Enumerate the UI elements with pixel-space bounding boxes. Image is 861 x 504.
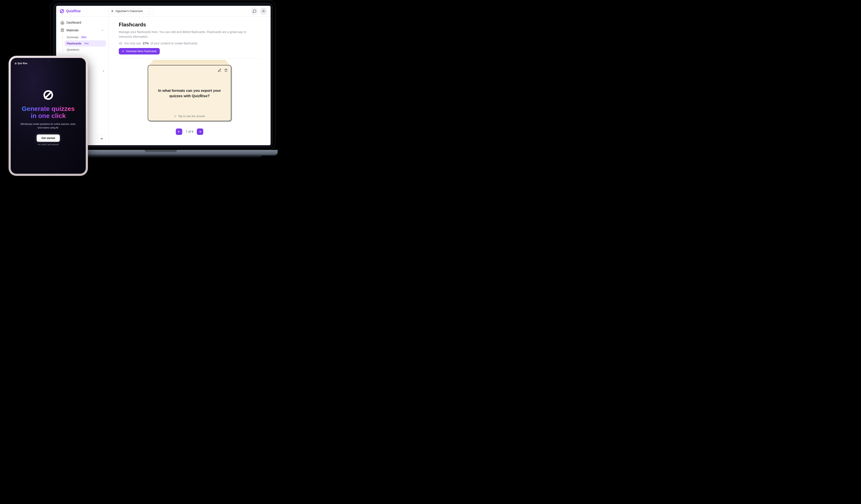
feedback-button[interactable] [251,8,258,15]
sidebar-item-summary[interactable]: Summary New [65,34,106,40]
megaphone-icon [119,42,122,45]
flashcard-question: In what formats can you export your quiz… [151,72,228,114]
generate-button-label: Generate More Flashcards [126,50,157,53]
sidebar-label-questions: Questions [67,48,79,51]
quizrise-hero-logo-icon [43,90,54,100]
chevron-right-icon [102,69,105,72]
svg-point-1 [112,10,113,11]
app-body: Dashboard Materials Summary [56,16,271,145]
classroom-selector[interactable]: Oguzhan's Classroom [108,8,153,14]
pager-text: 7 of 9 [186,130,193,133]
sidebar-item-questions[interactable]: Questions [65,46,106,53]
flashcard-stage: In what formats can you export your quiz… [119,65,260,121]
usage-suffix: of your content to create flashcards. [150,42,198,45]
avatar-initial: O [262,10,264,13]
arrow-right-icon [100,137,103,140]
materials-submenu: Summary New Flashcards New Questions [63,34,106,53]
hero-subtitle: Effortlessly create questions for online… [20,122,76,129]
sidebar-item-flashcards[interactable]: Flashcards New [65,40,106,46]
tablet-brand-label: Quiz Rise [17,62,27,65]
sidebar-collapse-button[interactable] [97,135,106,142]
hero-footnote: No Credit Card required! [38,144,59,146]
quizrise-logo-icon [59,9,64,14]
sidebar-item-dashboard[interactable]: Dashboard [58,19,106,26]
new-badge: New [83,42,90,45]
quizrise-logo-mini-icon [15,63,17,65]
get-started-button[interactable]: Get started [37,135,59,142]
card-toolbar [151,68,228,72]
headline-line-2: in one click [22,112,75,119]
brand-logo[interactable]: QuizRise [59,9,108,14]
classroom-label: Oguzhan's Classroom [115,10,143,13]
tablet-camera [47,59,49,61]
plus-icon [122,50,124,53]
app-window: QuizRise Oguzhan's Classroom [56,6,271,145]
trash-icon[interactable] [224,68,228,72]
home-icon [60,21,64,25]
sidebar-label-flashcards: Flashcards [67,42,81,45]
tap-hint: Tap to see the answer [151,114,228,118]
svg-point-3 [175,116,175,117]
headline-line-1: Generate quizzes [22,105,75,112]
user-icon [111,10,114,13]
chat-icon [252,9,256,13]
sidebar-label-summary: Summary [67,36,79,39]
page-description: Manage your flashcards here. You can edi… [119,30,256,39]
tablet-brand: Quiz Rise [15,62,27,65]
sidebar-expand-right[interactable] [100,68,107,74]
tablet-mockup: Quiz Rise Generate quizzes in one click … [9,56,88,176]
usage-percent: 27% [143,42,149,45]
hero-headline: Generate quizzes in one click [22,105,75,119]
flashcard[interactable]: In what formats can you export your quiz… [148,65,231,121]
generate-more-button[interactable]: Generate More Flashcards [119,48,160,54]
flashcard-stack: In what formats can you export your quiz… [148,65,231,121]
laptop-foot [64,155,262,158]
tablet-hero: Generate quizzes in one click Effortless… [20,90,76,146]
topbar: QuizRise Oguzhan's Classroom [56,6,271,16]
main-content: Flashcards Manage your flashcards here. … [109,16,271,145]
usage-prefix: You only use [124,42,141,45]
tablet-screen: Quiz Rise Generate quizzes in one click … [11,58,86,174]
arrow-left-icon [178,130,180,133]
page-title: Flashcards [119,22,260,28]
chevron-down-icon [101,29,104,32]
user-avatar[interactable]: O [260,8,267,15]
usage-info: You only use 27% of your content to crea… [119,42,260,45]
sidebar-label-materials: Materials [67,28,79,32]
sidebar-item-materials[interactable]: Materials [58,26,106,34]
pager: 7 of 9 [119,128,260,135]
arrow-right-icon [199,130,202,133]
tap-icon [174,115,177,118]
brand-name: QuizRise [66,9,81,13]
new-badge: New [80,36,87,39]
next-card-button[interactable] [197,128,203,135]
edit-icon[interactable] [218,68,221,72]
prev-card-button[interactable] [176,128,182,135]
chevron-updown-icon [148,10,150,12]
file-icon [60,28,64,32]
tap-hint-label: Tap to see the answer [178,114,205,118]
sidebar-label-dashboard: Dashboard [67,21,81,24]
